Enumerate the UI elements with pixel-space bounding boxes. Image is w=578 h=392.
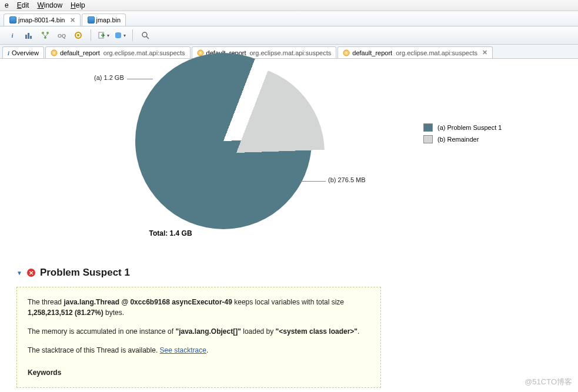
gear-icon <box>51 49 58 56</box>
info-button[interactable]: i <box>6 29 19 42</box>
toolbar-separator <box>91 29 91 41</box>
editor-tab-label: jmap.bin <box>96 16 121 24</box>
menu-help[interactable]: Help <box>71 1 85 9</box>
tab-label: Overview <box>12 49 39 56</box>
toolbar-separator <box>132 29 133 41</box>
histogram-button[interactable] <box>22 29 35 42</box>
callout-line <box>127 79 153 79</box>
menu-edit[interactable]: Edit <box>17 1 29 9</box>
svg-point-3 <box>42 32 44 34</box>
see-stacktrace-link[interactable]: See stacktrace <box>160 346 206 354</box>
svg-point-11 <box>142 32 147 37</box>
info-icon: i <box>8 49 9 56</box>
svg-rect-2 <box>30 36 32 39</box>
svg-point-8 <box>77 34 79 36</box>
callout-a: (a) 1.2 GB <box>94 74 124 81</box>
menu-file[interactable]: e <box>5 1 9 9</box>
thread-button[interactable] <box>72 29 85 42</box>
svg-rect-0 <box>25 35 27 39</box>
collapse-icon[interactable]: ▼ <box>16 270 22 276</box>
chart-total: Total: 1.4 GB <box>12 229 329 237</box>
svg-point-4 <box>46 32 49 34</box>
error-icon: ✕ <box>27 269 35 277</box>
keywords-heading: Keywords <box>28 367 370 378</box>
suspect-report-box: The thread java.lang.Thread @ 0xcc6b9168… <box>16 287 381 388</box>
svg-point-5 <box>44 36 46 39</box>
menu-window[interactable]: Window <box>37 1 62 9</box>
svg-point-18 <box>346 52 348 53</box>
pie-slice-remainder <box>148 65 325 241</box>
close-icon[interactable]: ✕ <box>70 16 75 24</box>
chart-legend: (a) Problem Suspect 1 (b) Remainder <box>423 123 502 147</box>
editor-tab-jmap-8001-4[interactable]: jmap-8001-4.bin ✕ <box>4 14 81 26</box>
tab-suspects-3[interactable]: default_report org.eclipse.mat.api:suspe… <box>338 46 493 58</box>
editor-tabs: jmap-8001-4.bin ✕ jmap.bin <box>0 11 578 26</box>
run-report-button[interactable] <box>97 29 110 42</box>
gear-icon <box>343 49 350 56</box>
svg-rect-1 <box>28 33 29 39</box>
heap-dump-icon <box>87 16 94 24</box>
tab-sublabel: org.eclipse.mat.api:suspects <box>396 49 477 56</box>
tab-label: default_report <box>352 49 392 56</box>
oql-button[interactable]: OQL <box>55 29 68 42</box>
section-title: Problem Suspect 1 <box>40 267 130 279</box>
pie-chart: (a) 1.2 GB (b) 276.5 MB (a) Problem Susp… <box>12 59 578 241</box>
tab-overview[interactable]: i Overview <box>2 46 44 58</box>
toolbar: i OQL <box>0 26 578 45</box>
query-browser-button[interactable] <box>113 29 126 42</box>
editor-tab-label: jmap-8001-4.bin <box>18 16 65 24</box>
pie-graphic <box>135 53 312 229</box>
report-paragraph-1: The thread java.lang.Thread @ 0xcc6b9168… <box>28 297 370 318</box>
editor-tab-jmap[interactable]: jmap.bin <box>82 14 126 26</box>
heap-dump-icon <box>9 16 16 24</box>
close-icon[interactable]: ✕ <box>482 49 487 56</box>
watermark: @51CTO博客 <box>524 377 572 387</box>
legend-item-b: (b) Remainder <box>423 135 502 143</box>
report-paragraph-2: The memory is accumulated in one instanc… <box>28 326 370 337</box>
legend-swatch <box>423 135 433 143</box>
report-paragraph-3: The stacktrace of this Thread is availab… <box>28 345 370 356</box>
legend-label: (a) Problem Suspect 1 <box>437 124 502 131</box>
search-button[interactable] <box>139 29 152 42</box>
legend-label: (b) Remainder <box>437 136 479 143</box>
menu-bar: e Edit Window Help <box>0 0 578 11</box>
svg-point-14 <box>53 52 55 53</box>
section-header: ▼ ✕ Problem Suspect 1 <box>16 267 578 279</box>
svg-text:OQL: OQL <box>58 33 66 39</box>
report-content: (a) 1.2 GB (b) 276.5 MB (a) Problem Susp… <box>0 59 578 388</box>
callout-line <box>300 181 326 182</box>
callout-b: (b) 276.5 MB <box>328 176 366 183</box>
tab-label: default_report <box>60 49 100 56</box>
svg-line-12 <box>146 36 149 39</box>
dominator-tree-button[interactable] <box>39 29 52 42</box>
legend-item-a: (a) Problem Suspect 1 <box>423 123 502 132</box>
legend-swatch <box>423 123 433 132</box>
